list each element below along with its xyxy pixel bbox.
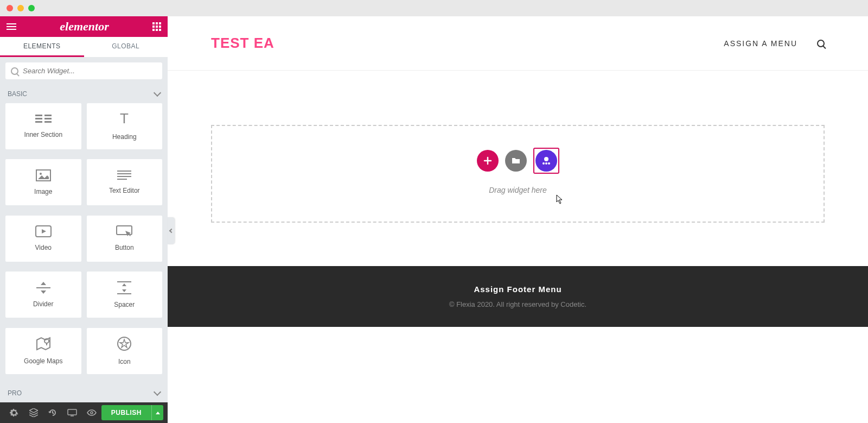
section-pro-header[interactable]: PRO — [0, 384, 168, 402]
svg-text:T: T — [120, 112, 129, 127]
templately-button[interactable] — [535, 150, 557, 172]
widget-text-editor[interactable]: Text Editor — [87, 159, 163, 205]
empty-section-dropzone[interactable]: Drag widget here — [211, 125, 825, 223]
preview-icon[interactable] — [82, 402, 101, 423]
svg-rect-16 — [117, 281, 131, 282]
sidebar-bottom-bar: PUBLISH — [0, 402, 168, 423]
heading-icon: T — [116, 112, 132, 127]
widget-label: Video — [35, 244, 52, 251]
assign-menu-link[interactable]: ASSIGN A MENU — [724, 39, 797, 48]
minimize-window-icon[interactable] — [17, 5, 24, 11]
svg-rect-15 — [36, 287, 50, 288]
text-editor-icon — [117, 171, 131, 180]
svg-point-25 — [548, 162, 550, 165]
video-icon — [35, 225, 52, 237]
footer-copyright: © Flexia 2020. All right reserved by Cod… — [168, 300, 868, 308]
inner-section-icon — [35, 115, 52, 124]
widget-label: Heading — [112, 133, 137, 141]
drop-hint-text: Drag widget here — [212, 186, 824, 194]
canvas-area: Drag widget here — [168, 71, 868, 266]
site-footer: Assign Footer Menu © Flexia 2020. All ri… — [168, 266, 868, 327]
svg-rect-17 — [117, 293, 131, 294]
svg-rect-10 — [117, 173, 131, 174]
chevron-down-icon — [154, 89, 161, 97]
chevron-down-icon — [154, 388, 161, 396]
svg-rect-12 — [117, 179, 127, 180]
apps-grid-icon[interactable] — [152, 22, 161, 31]
tab-global[interactable]: GLOBAL — [84, 37, 168, 57]
maximize-window-icon[interactable] — [28, 5, 35, 11]
widget-button[interactable]: Button — [87, 216, 163, 262]
tab-elements[interactable]: ELEMENTS — [0, 37, 84, 57]
button-icon — [116, 225, 132, 237]
add-template-button[interactable] — [505, 150, 527, 172]
widget-label: Image — [34, 188, 52, 195]
menu-icon[interactable] — [7, 23, 16, 30]
elementor-logo: elementor — [60, 20, 108, 34]
svg-rect-2 — [35, 121, 42, 123]
publish-button[interactable]: PUBLISH — [101, 405, 151, 420]
widget-label: Inner Section — [24, 131, 62, 138]
search-widget-input[interactable] — [23, 67, 157, 75]
widgets-grid: Inner Section T Heading Image Text Edito… — [0, 103, 168, 384]
site-title[interactable]: TEST EA — [211, 35, 275, 52]
footer-menu-link[interactable]: Assign Footer Menu — [168, 285, 868, 294]
svg-point-21 — [91, 412, 93, 414]
widget-divider[interactable]: Divider — [5, 272, 81, 318]
navigator-icon[interactable] — [24, 402, 43, 423]
widget-label: Text Editor — [109, 187, 140, 194]
widget-label: Icon — [118, 358, 131, 365]
site-search-icon[interactable] — [817, 40, 825, 47]
svg-rect-0 — [35, 115, 42, 116]
widget-icon[interactable]: Icon — [87, 328, 163, 374]
icon-icon — [117, 336, 132, 351]
widget-video[interactable]: Video — [5, 216, 81, 262]
collapse-sidebar-button[interactable] — [168, 217, 175, 244]
history-icon[interactable] — [43, 402, 63, 423]
settings-icon[interactable] — [4, 402, 24, 423]
spacer-icon — [117, 281, 131, 294]
widget-label: Google Maps — [24, 357, 62, 365]
search-icon — [11, 67, 18, 75]
publish-options-button[interactable] — [151, 405, 163, 420]
search-widget-box[interactable] — [5, 62, 162, 79]
section-basic-header[interactable]: BASIC — [0, 85, 168, 103]
widget-label: Divider — [33, 300, 53, 308]
widget-label: Button — [115, 244, 134, 251]
preview-area: TEST EA ASSIGN A MENU — [168, 16, 868, 423]
widget-image[interactable]: Image — [5, 159, 81, 205]
image-icon — [36, 169, 51, 181]
widget-heading[interactable]: T Heading — [87, 103, 163, 149]
divider-icon — [36, 282, 50, 294]
editor-sidebar: elementor ELEMENTS GLOBAL BASIC Inner Se… — [0, 16, 168, 423]
responsive-icon[interactable] — [62, 402, 82, 423]
section-basic-label: BASIC — [8, 90, 27, 98]
widget-inner-section[interactable]: Inner Section — [5, 103, 81, 149]
sidebar-header: elementor — [0, 16, 168, 37]
svg-point-8 — [40, 173, 42, 175]
close-window-icon[interactable] — [7, 5, 13, 11]
chevron-left-icon — [169, 229, 173, 233]
svg-point-23 — [542, 162, 545, 165]
section-pro-label: PRO — [8, 389, 22, 397]
svg-point-22 — [544, 157, 548, 161]
site-header: TEST EA ASSIGN A MENU — [168, 16, 868, 71]
sidebar-tabs: ELEMENTS GLOBAL — [0, 37, 168, 57]
window-titlebar — [0, 0, 868, 16]
add-section-button[interactable] — [477, 150, 499, 172]
templately-highlight — [533, 148, 559, 174]
svg-rect-11 — [117, 176, 131, 177]
svg-rect-3 — [44, 115, 52, 116]
widget-google-maps[interactable]: Google Maps — [5, 328, 81, 374]
widget-label: Spacer — [114, 301, 135, 308]
svg-rect-20 — [68, 409, 76, 415]
svg-rect-5 — [44, 121, 52, 123]
widget-spacer[interactable]: Spacer — [87, 272, 163, 318]
svg-rect-1 — [35, 118, 42, 119]
svg-point-24 — [545, 162, 547, 165]
svg-rect-9 — [117, 171, 131, 172]
svg-rect-4 — [44, 118, 52, 119]
google-maps-icon — [36, 337, 51, 351]
